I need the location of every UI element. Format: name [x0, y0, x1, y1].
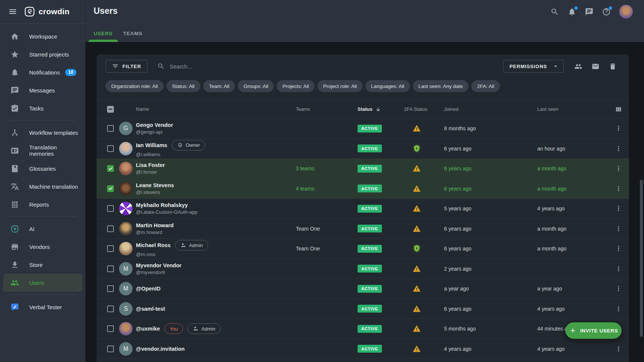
- user-name[interactable]: Gengo Vendor: [136, 122, 173, 128]
- sidebar-item-glossaries[interactable]: Glossaries: [3, 159, 82, 177]
- row-menu-button[interactable]: [615, 125, 622, 132]
- user-name[interactable]: Myvendor Vendor: [136, 262, 182, 268]
- user-name[interactable]: Martin Howard: [136, 222, 174, 228]
- user-name[interactable]: Mykhailo Rohalskyy: [136, 202, 188, 208]
- filter-chip-2fa[interactable]: 2FA: All: [471, 80, 500, 92]
- row-menu-button[interactable]: [615, 245, 622, 252]
- column-header-2fa[interactable]: 2FA Status: [400, 106, 434, 112]
- row-checkbox[interactable]: [107, 346, 114, 352]
- row-checkbox[interactable]: [107, 145, 114, 152]
- row-menu-button[interactable]: [615, 145, 622, 152]
- row-checkbox[interactable]: [107, 285, 114, 292]
- filter-chip-groups[interactable]: Groups: All: [238, 80, 274, 92]
- permissions-dropdown[interactable]: PERMISSIONS: [503, 60, 564, 73]
- row-menu-button[interactable]: [615, 185, 622, 192]
- reports-icon: [10, 200, 19, 209]
- search-icon[interactable]: [550, 7, 559, 16]
- column-header-name[interactable]: Name: [134, 106, 293, 112]
- row-checkbox[interactable]: [107, 325, 114, 332]
- sidebar-item-reports[interactable]: Reports: [3, 195, 82, 213]
- row-menu-button[interactable]: [615, 225, 622, 232]
- filter-chip-last-seen[interactable]: Last seen: Any date: [413, 80, 469, 92]
- name-cell: Mykhailo Rohalskyy@Lalala-Custom-OAuth-a…: [134, 202, 293, 215]
- bell-icon[interactable]: [568, 7, 576, 16]
- row-menu-button[interactable]: [615, 265, 622, 273]
- select-all-checkbox[interactable]: [107, 106, 114, 113]
- sidebar-item-store[interactable]: Store: [3, 256, 82, 274]
- row-checkbox[interactable]: [107, 245, 114, 252]
- user-name[interactable]: @vendor.invitation: [136, 346, 185, 352]
- vertical-scrollbar[interactable]: [640, 180, 643, 337]
- sidebar-item-messages[interactable]: Messages: [3, 81, 82, 99]
- table-header: Name Teams Status 2FA Status Joined Last…: [97, 100, 629, 119]
- sidebar-item-translation-memories[interactable]: Translation memories: [3, 142, 82, 159]
- tab-users[interactable]: USERS: [88, 25, 118, 42]
- user-name[interactable]: Michael Ross: [136, 242, 171, 248]
- row-checkbox[interactable]: [107, 125, 114, 132]
- add-to-group-button[interactable]: [571, 60, 586, 73]
- teams-cell[interactable]: 4 teams: [293, 186, 355, 192]
- crowdin-logo-text[interactable]: crowdin: [39, 7, 70, 16]
- crowdin-logo-icon[interactable]: [24, 6, 35, 17]
- user-name[interactable]: Ian Williams: [136, 142, 167, 148]
- filter-chip-organization-role[interactable]: Organization role: All: [106, 80, 164, 92]
- filter-chip-team[interactable]: Team: All: [203, 80, 235, 92]
- row-menu-button[interactable]: [615, 165, 622, 172]
- invite-users-button[interactable]: INVITE USERS: [565, 322, 622, 339]
- row-menu-button[interactable]: [615, 345, 622, 353]
- row-checkbox[interactable]: [107, 225, 114, 232]
- teams-cell[interactable]: Team One: [293, 226, 355, 232]
- row-checkbox[interactable]: [107, 185, 114, 192]
- sidebar-item-starred-projects[interactable]: Starred projects: [3, 45, 82, 63]
- row-checkbox[interactable]: [107, 205, 114, 212]
- column-header-teams[interactable]: Teams: [293, 106, 355, 112]
- status-badge: ACTIVE: [358, 165, 382, 173]
- user-name[interactable]: Leane Stevens: [136, 182, 174, 188]
- sidebar-item-vendors[interactable]: Vendors: [3, 238, 82, 256]
- user-name[interactable]: @saml-test: [136, 306, 165, 312]
- row-checkbox-cell: [106, 265, 119, 272]
- send-message-button[interactable]: [588, 60, 603, 73]
- row-menu-button[interactable]: [615, 205, 622, 212]
- sort-descending-icon[interactable]: [375, 106, 381, 112]
- tab-teams[interactable]: TEAMS: [118, 25, 148, 42]
- sidebar-item-machine-translation[interactable]: Machine translation: [3, 177, 82, 195]
- sidebar-item-users[interactable]: Users: [3, 274, 82, 292]
- sidebar-item-workspace[interactable]: Workspace: [3, 27, 82, 45]
- row-menu-button[interactable]: [615, 305, 622, 313]
- name-cell: @saml-test: [134, 306, 293, 312]
- sidebar-item-verbal-tester[interactable]: Verbal Tester: [3, 298, 82, 316]
- row-checkbox[interactable]: [107, 265, 114, 272]
- menu-hamburger-icon[interactable]: [8, 7, 17, 16]
- 2fa-cell: [400, 145, 434, 153]
- sidebar-item-label: Tasks: [29, 105, 43, 112]
- sidebar-item-tasks[interactable]: Tasks: [3, 99, 82, 117]
- filter-button[interactable]: FILTER: [106, 60, 148, 73]
- column-header-last-seen[interactable]: Last seen: [528, 106, 614, 112]
- filter-chip-projects[interactable]: Projects: All: [277, 80, 315, 92]
- user-name[interactable]: Lisa Foster: [136, 162, 165, 168]
- column-header-status[interactable]: Status: [355, 106, 400, 112]
- filter-chip-project-role[interactable]: Project role: All: [318, 80, 362, 92]
- user-avatar[interactable]: [619, 5, 633, 18]
- row-checkbox[interactable]: [107, 305, 114, 312]
- row-checkbox-cell: [106, 285, 119, 292]
- help-icon[interactable]: [602, 7, 611, 16]
- sidebar-item-ai[interactable]: AI: [3, 220, 82, 238]
- teams-cell[interactable]: Team One: [293, 246, 355, 252]
- row-checkbox[interactable]: [107, 165, 114, 172]
- chat-icon[interactable]: [585, 7, 593, 16]
- sidebar-item-workflow-templates[interactable]: Workflow templates: [3, 124, 82, 142]
- badge-label: You: [170, 326, 178, 332]
- filter-chip-status[interactable]: Status: All: [167, 80, 200, 92]
- columns-settings-icon[interactable]: [615, 106, 622, 113]
- user-name[interactable]: @uxmike: [136, 326, 160, 332]
- search-input[interactable]: [169, 63, 328, 70]
- sidebar-item-notifications[interactable]: Notifications10: [3, 63, 82, 81]
- row-menu-button[interactable]: [615, 285, 622, 292]
- column-header-joined[interactable]: Joined: [434, 106, 528, 112]
- delete-users-button[interactable]: [605, 60, 620, 73]
- teams-cell[interactable]: 3 teams: [293, 165, 355, 171]
- filter-chip-languages[interactable]: Languages: All: [365, 80, 410, 92]
- user-name[interactable]: @OpenID: [136, 286, 161, 292]
